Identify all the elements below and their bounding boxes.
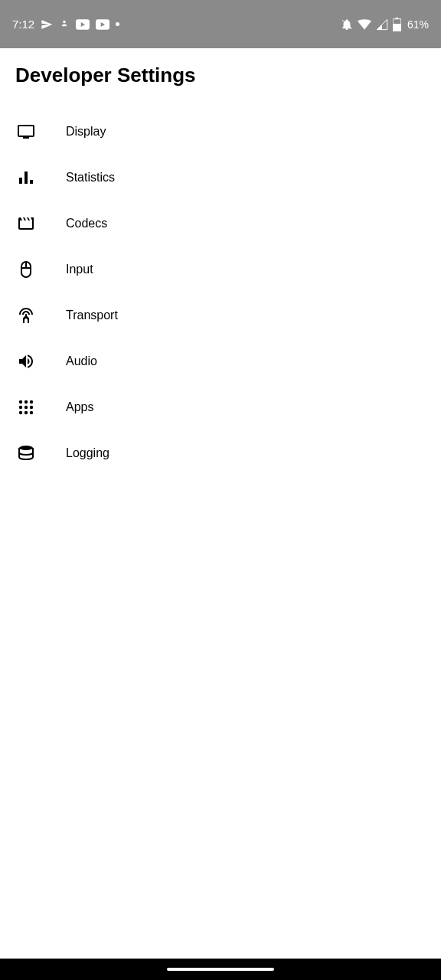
signal-icon bbox=[376, 18, 388, 31]
svg-point-14 bbox=[30, 400, 33, 403]
menu-item-statistics[interactable]: Statistics bbox=[15, 155, 426, 201]
youtube-icon-2 bbox=[96, 19, 109, 30]
menu-label: Codecs bbox=[66, 217, 107, 230]
content-area: Developer Settings Display Statistics Co… bbox=[0, 48, 441, 492]
menu-label: Audio bbox=[66, 354, 97, 368]
audio-icon bbox=[17, 352, 35, 371]
dot-icon bbox=[116, 22, 119, 26]
menu-label: Statistics bbox=[66, 171, 115, 185]
svg-point-17 bbox=[30, 406, 33, 409]
send-icon bbox=[41, 18, 53, 31]
svg-rect-8 bbox=[30, 180, 33, 184]
apps-icon bbox=[17, 398, 35, 416]
status-bar: 7:12 61% bbox=[0, 0, 441, 48]
menu-item-display[interactable]: Display bbox=[15, 109, 426, 155]
person-icon bbox=[59, 19, 70, 30]
svg-point-20 bbox=[30, 411, 33, 414]
svg-point-18 bbox=[19, 411, 22, 414]
svg-rect-7 bbox=[24, 172, 28, 184]
svg-point-13 bbox=[24, 400, 28, 403]
svg-rect-4 bbox=[396, 18, 399, 19]
svg-point-0 bbox=[63, 20, 66, 23]
input-icon bbox=[17, 260, 35, 279]
menu-item-logging[interactable]: Logging bbox=[15, 430, 426, 476]
svg-point-21 bbox=[19, 446, 33, 450]
status-time: 7:12 bbox=[12, 18, 34, 31]
menu-label: Apps bbox=[66, 400, 93, 414]
logging-icon bbox=[17, 444, 35, 462]
menu-item-transport[interactable]: Transport bbox=[15, 292, 426, 338]
status-left: 7:12 bbox=[12, 18, 119, 31]
navigation-bar[interactable] bbox=[0, 959, 441, 980]
status-right: 61% bbox=[341, 18, 429, 31]
statistics-icon bbox=[17, 168, 35, 187]
menu-item-audio[interactable]: Audio bbox=[15, 338, 426, 384]
menu-item-input[interactable]: Input bbox=[15, 247, 426, 292]
transport-icon bbox=[17, 306, 35, 325]
menu-label: Display bbox=[66, 125, 106, 139]
menu-item-codecs[interactable]: Codecs bbox=[15, 201, 426, 247]
page-title: Developer Settings bbox=[15, 64, 426, 87]
menu-label: Input bbox=[66, 263, 93, 276]
codecs-icon bbox=[17, 214, 35, 233]
youtube-icon bbox=[76, 19, 90, 30]
menu-item-apps[interactable]: Apps bbox=[15, 384, 426, 430]
svg-point-16 bbox=[24, 406, 28, 409]
menu-list: Display Statistics Codecs Input Transpor bbox=[15, 109, 426, 476]
svg-point-15 bbox=[19, 406, 22, 409]
svg-rect-5 bbox=[393, 24, 401, 31]
svg-point-12 bbox=[19, 400, 22, 403]
wifi-icon bbox=[358, 19, 371, 30]
display-icon bbox=[17, 122, 35, 141]
menu-label: Transport bbox=[66, 309, 118, 322]
notification-off-icon bbox=[341, 18, 353, 31]
nav-handle bbox=[167, 968, 274, 971]
battery-icon bbox=[393, 18, 401, 31]
svg-point-19 bbox=[24, 411, 28, 414]
battery-percentage: 61% bbox=[407, 18, 429, 31]
menu-label: Logging bbox=[66, 446, 109, 460]
svg-rect-6 bbox=[19, 178, 22, 184]
